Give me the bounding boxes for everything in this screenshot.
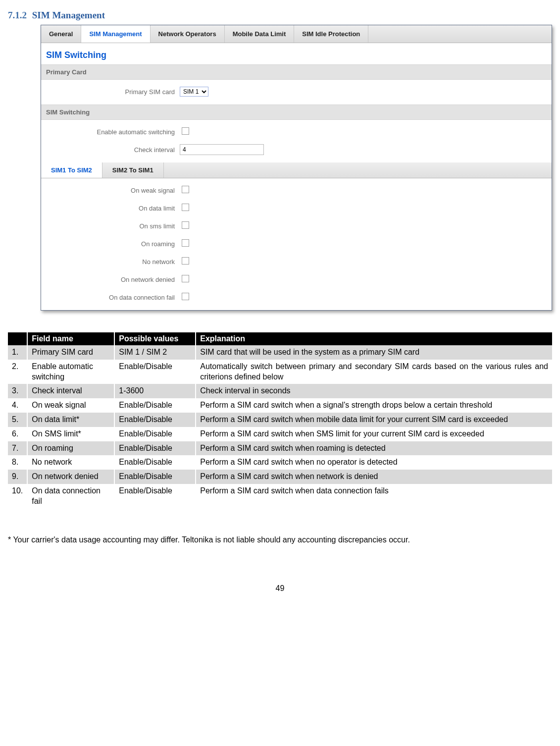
tab-spacer bbox=[368, 25, 552, 43]
table-cell: Perform a SIM card switch when data conn… bbox=[196, 484, 552, 509]
input-check-interval[interactable] bbox=[180, 144, 264, 155]
table-cell: Enable automatic switching bbox=[27, 360, 114, 384]
table-cell: 7. bbox=[8, 441, 27, 456]
table-cell: Check interval in seconds bbox=[196, 384, 552, 398]
table-cell: On data limit* bbox=[27, 413, 114, 427]
table-cell: On data connection fail bbox=[27, 484, 114, 509]
col-blank bbox=[8, 332, 27, 345]
label-condition: On weak signal bbox=[41, 187, 179, 194]
table-cell: Enable/Disable bbox=[114, 413, 196, 427]
checkbox-condition[interactable] bbox=[182, 204, 189, 211]
label-enable-auto: Enable automatic switching bbox=[41, 128, 179, 136]
table-cell: 8. bbox=[8, 455, 27, 470]
col-explanation: Explanation bbox=[196, 332, 552, 345]
page-number: 49 bbox=[8, 584, 552, 593]
checkbox-condition[interactable] bbox=[182, 186, 189, 193]
checkbox-enable-auto[interactable] bbox=[182, 127, 189, 135]
table-row: 10.On data connection failEnable/Disable… bbox=[8, 484, 552, 509]
tab-sim-idle-protection[interactable]: SIM Idle Protection bbox=[294, 25, 368, 43]
table-cell: Perform a SIM card switch when network i… bbox=[196, 470, 552, 484]
checkbox-condition[interactable] bbox=[182, 257, 189, 265]
tab-sim-management[interactable]: SIM Management bbox=[81, 25, 150, 43]
table-cell: Enable/Disable bbox=[114, 470, 196, 484]
table-body: 1.Primary SIM cardSIM 1 / SIM 2SIM card … bbox=[8, 345, 552, 509]
panel-title: SIM Switching bbox=[41, 43, 552, 64]
table-row: 2.Enable automatic switchingEnable/Disab… bbox=[8, 360, 552, 384]
subtab-sim1-to-sim2[interactable]: SIM1 To SIM2 bbox=[41, 162, 102, 178]
parameters-table: Field name Possible values Explanation 1… bbox=[8, 332, 552, 509]
bar-primary-card: Primary Card bbox=[41, 64, 552, 80]
table-cell: Enable/Disable bbox=[114, 360, 196, 384]
table-cell: 2. bbox=[8, 360, 27, 384]
sub-tabs: SIM1 To SIM2 SIM2 To SIM1 bbox=[41, 162, 552, 178]
label-condition: No network bbox=[41, 258, 179, 266]
checkbox-condition[interactable] bbox=[182, 221, 189, 229]
table-cell: Check interval bbox=[27, 384, 114, 398]
parameters-table-wrap: Field name Possible values Explanation 1… bbox=[8, 332, 552, 509]
heading-title: SIM Management bbox=[32, 10, 105, 20]
table-cell: Perform a SIM card switch when mobile da… bbox=[196, 413, 552, 427]
col-field-name: Field name bbox=[27, 332, 114, 345]
table-cell: No network bbox=[27, 455, 114, 470]
checkbox-condition[interactable] bbox=[182, 275, 189, 282]
table-cell: Enable/Disable bbox=[114, 441, 196, 456]
row-check-interval: Check interval bbox=[41, 141, 552, 159]
table-cell: Enable/Disable bbox=[114, 398, 196, 413]
row-condition: On network denied bbox=[41, 270, 552, 288]
table-cell: 9. bbox=[8, 470, 27, 484]
tab-network-operators[interactable]: Network Operators bbox=[151, 25, 225, 43]
table-cell: Perform a SIM card switch when SMS limit… bbox=[196, 427, 552, 441]
table-cell: On network denied bbox=[27, 470, 114, 484]
table-cell: On SMS limit* bbox=[27, 427, 114, 441]
select-primary-sim[interactable]: SIM 1 bbox=[180, 87, 208, 97]
table-row: 8.No networkEnable/DisablePerform a SIM … bbox=[8, 455, 552, 470]
row-condition: On sms limit bbox=[41, 217, 552, 235]
table-row: 7.On roamingEnable/DisablePerform a SIM … bbox=[8, 441, 552, 456]
checkbox-condition[interactable] bbox=[182, 239, 189, 247]
table-cell: Enable/Disable bbox=[114, 484, 196, 509]
col-possible-values: Possible values bbox=[114, 332, 196, 345]
subtab-sim2-to-sim1[interactable]: SIM2 To SIM1 bbox=[102, 162, 164, 178]
table-cell: 1-3600 bbox=[114, 384, 196, 398]
row-condition: On roaming bbox=[41, 235, 552, 253]
row-primary-sim: Primary SIM card SIM 1 bbox=[41, 83, 552, 101]
conditions-list: On weak signalOn data limitOn sms limitO… bbox=[41, 178, 552, 310]
tab-mobile-data-limit[interactable]: Mobile Data Limit bbox=[225, 25, 295, 43]
heading-number: 7.1.2 bbox=[8, 10, 27, 20]
table-row: 5.On data limit*Enable/DisablePerform a … bbox=[8, 413, 552, 427]
table-cell: On roaming bbox=[27, 441, 114, 456]
label-condition: On data connection fail bbox=[41, 294, 179, 301]
settings-screenshot: General SIM Management Network Operators… bbox=[41, 25, 552, 311]
table-cell: Perform a SIM card switch when no operat… bbox=[196, 455, 552, 470]
label-primary-sim: Primary SIM card bbox=[41, 88, 179, 96]
table-cell: Enable/Disable bbox=[114, 455, 196, 470]
table-cell: SIM 1 / SIM 2 bbox=[114, 345, 196, 360]
checkbox-condition[interactable] bbox=[182, 293, 189, 300]
table-cell: Automatically switch between primary and… bbox=[196, 360, 552, 384]
table-cell: 4. bbox=[8, 398, 27, 413]
table-cell: On weak signal bbox=[27, 398, 114, 413]
label-condition: On data limit bbox=[41, 205, 179, 212]
row-condition: On data limit bbox=[41, 199, 552, 217]
label-condition: On network denied bbox=[41, 276, 179, 283]
label-condition: On sms limit bbox=[41, 222, 179, 230]
label-check-interval: Check interval bbox=[41, 146, 179, 154]
table-row: 3.Check interval1-3600Check interval in … bbox=[8, 384, 552, 398]
table-cell: 3. bbox=[8, 384, 27, 398]
table-header-row: Field name Possible values Explanation bbox=[8, 332, 552, 345]
row-condition: On data connection fail bbox=[41, 288, 552, 306]
table-cell: Perform a SIM card switch when a signal'… bbox=[196, 398, 552, 413]
tab-general[interactable]: General bbox=[41, 25, 81, 43]
row-enable-auto: Enable automatic switching bbox=[41, 123, 552, 141]
table-row: 6.On SMS limit*Enable/DisablePerform a S… bbox=[8, 427, 552, 441]
table-cell: SIM card that will be used in the system… bbox=[196, 345, 552, 360]
table-row: 9.On network deniedEnable/DisablePerform… bbox=[8, 470, 552, 484]
table-cell: Enable/Disable bbox=[114, 427, 196, 441]
row-condition: No network bbox=[41, 253, 552, 270]
footnote: * Your carrier's data usage accounting m… bbox=[8, 535, 552, 544]
table-cell: 10. bbox=[8, 484, 27, 509]
bar-sim-switching: SIM Switching bbox=[41, 105, 552, 120]
main-tabs: General SIM Management Network Operators… bbox=[41, 25, 552, 43]
label-condition: On roaming bbox=[41, 240, 179, 248]
row-condition: On weak signal bbox=[41, 181, 552, 199]
